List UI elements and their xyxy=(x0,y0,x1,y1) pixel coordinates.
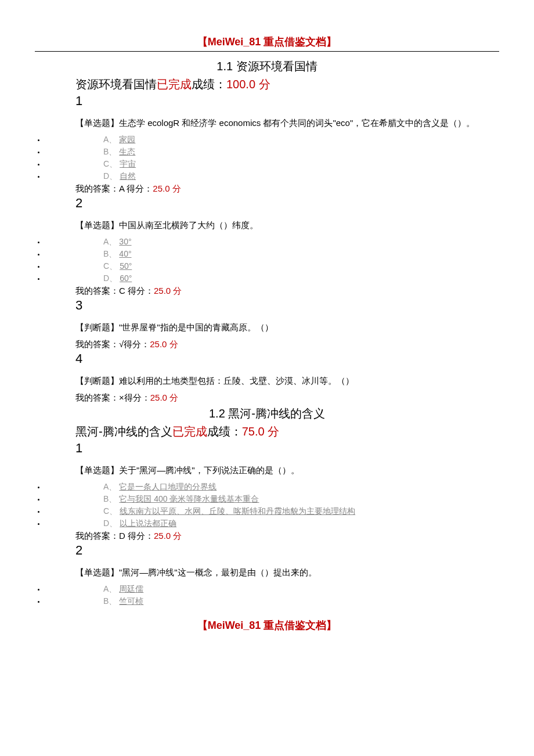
question-text: 【单选题】中国从南至北横跨了大约（）纬度。 xyxy=(75,215,499,235)
list-item[interactable]: C、线东南方以平原、水网、丘陵、喀斯特和丹霞地貌为主要地理结构 xyxy=(45,506,499,517)
question-number: 3 xyxy=(75,298,499,313)
option-list: A、30°B、40°C、50°D、60° xyxy=(35,237,499,284)
answer-line: 我的答案：√得分：25.0 分 xyxy=(75,339,499,350)
answer-score: 25.0 分 xyxy=(154,531,182,541)
list-item[interactable]: D、以上说法都正确 xyxy=(45,519,499,529)
option-letter: B、 xyxy=(103,249,117,258)
option-text: 周廷儒 xyxy=(119,584,143,593)
option-text: 40° xyxy=(119,249,131,258)
list-item[interactable]: D、60° xyxy=(45,273,499,284)
page-header: 【MeiWei_81 重点借鉴文档】 xyxy=(35,35,499,52)
list-item[interactable]: B、竺可桢 xyxy=(45,596,499,607)
subtitle-text: 黑河-腾冲线的含义 xyxy=(75,425,172,438)
answer-line: 我的答案：×得分：25.0 分 xyxy=(75,393,499,404)
subtitle-text: 资源环境看国情 xyxy=(75,78,157,91)
question-text: 【单选题】关于"黑河—腾冲线"，下列说法正确的是（）。 xyxy=(75,460,499,480)
option-letter: C、 xyxy=(103,261,117,271)
question-text: 【单选题】"黑河—腾冲线"这一概念，最初是由（）提出来的。 xyxy=(75,563,499,582)
score-label: 成绩： xyxy=(207,425,242,438)
answer-line: 我的答案：A 得分：25.0 分 xyxy=(75,183,499,195)
list-item[interactable]: C、宇宙 xyxy=(45,159,499,170)
answer-score: 25.0 分 xyxy=(153,183,181,193)
option-letter: D、 xyxy=(103,273,117,283)
option-letter: B、 xyxy=(103,494,117,503)
list-item[interactable]: D、自然 xyxy=(45,171,499,182)
option-letter: A、 xyxy=(103,584,117,593)
list-item[interactable]: B、40° xyxy=(45,249,499,260)
option-list: A、它是一条人口地理的分界线B、它与我国 400 毫米等降水量线基本重合C、线东… xyxy=(35,482,499,529)
list-item[interactable]: A、周廷儒 xyxy=(45,584,499,595)
list-item[interactable]: C、50° xyxy=(45,261,499,272)
score-value: 100.0 分 xyxy=(226,78,270,91)
option-letter: C、 xyxy=(103,506,117,516)
option-letter: B、 xyxy=(103,147,117,156)
option-text: 它是一条人口地理的分界线 xyxy=(119,482,217,491)
section-title: 1.1 资源环境看国情 xyxy=(35,59,499,74)
option-text: 以上说法都正确 xyxy=(120,519,176,528)
question-number: 1 xyxy=(75,93,499,109)
option-list: A、周廷儒B、竺可桢 xyxy=(35,584,499,607)
list-item[interactable]: A、它是一条人口地理的分界线 xyxy=(45,482,499,492)
option-text: 家园 xyxy=(119,135,135,144)
question-number: 4 xyxy=(75,351,499,366)
answer-line: 我的答案：C 得分：25.0 分 xyxy=(75,286,499,297)
question-number: 1 xyxy=(75,441,499,456)
answer-text: 我的答案：A 得分： xyxy=(75,183,153,193)
option-text: 宇宙 xyxy=(120,159,136,168)
score-label: 成绩： xyxy=(192,78,226,91)
option-text: 自然 xyxy=(120,171,136,181)
list-item[interactable]: B、生态 xyxy=(45,147,499,157)
option-letter: C、 xyxy=(103,159,117,168)
option-letter: D、 xyxy=(103,519,117,528)
option-letter: B、 xyxy=(103,596,117,606)
question-number: 2 xyxy=(75,196,499,211)
question-text: 【判断题】难以利用的土地类型包括：丘陵、戈壁、沙漠、冰川等。（） xyxy=(75,371,499,390)
option-letter: A、 xyxy=(103,135,117,144)
answer-score: 25.0 分 xyxy=(154,286,182,296)
option-text: 30° xyxy=(119,237,131,246)
status-text: 已完成 xyxy=(157,78,192,91)
answer-text: 我的答案：×得分： xyxy=(75,393,150,402)
option-text: 线东南方以平原、水网、丘陵、喀斯特和丹霞地貌为主要地理结构 xyxy=(120,506,355,516)
option-letter: D、 xyxy=(103,171,117,181)
question-text: 【判断题】"世界屋脊"指的是中国的青藏高原。（） xyxy=(75,318,499,337)
answer-score: 25.0 分 xyxy=(150,339,178,349)
option-text: 50° xyxy=(120,261,132,271)
option-text: 它与我国 400 毫米等降水量线基本重合 xyxy=(119,494,259,503)
section-subtitle: 黑河-腾冲线的含义已完成成绩：75.0 分 xyxy=(75,424,499,440)
option-list: A、家园B、生态C、宇宙D、自然 xyxy=(35,135,499,182)
score-value: 75.0 分 xyxy=(242,425,279,438)
question-number: 2 xyxy=(75,543,499,558)
answer-line: 我的答案：D 得分：25.0 分 xyxy=(75,531,499,542)
list-item[interactable]: A、30° xyxy=(45,237,499,247)
option-letter: A、 xyxy=(103,482,117,491)
answer-text: 我的答案：C 得分： xyxy=(75,286,154,296)
answer-text: 我的答案：√得分： xyxy=(75,339,150,349)
list-item[interactable]: A、家园 xyxy=(45,135,499,145)
answer-text: 我的答案：D 得分： xyxy=(75,531,154,541)
option-text: 竺可桢 xyxy=(119,596,143,606)
list-item[interactable]: B、它与我国 400 毫米等降水量线基本重合 xyxy=(45,494,499,505)
page-footer: 【MeiWei_81 重点借鉴文档】 xyxy=(35,618,499,632)
question-text: 【单选题】生态学 ecologR 和经济学 economics 都有个共同的词头… xyxy=(75,113,499,132)
option-text: 60° xyxy=(120,273,132,283)
option-text: 生态 xyxy=(119,147,135,156)
answer-score: 25.0 分 xyxy=(150,393,178,402)
section-title: 1.2 黑河-腾冲线的含义 xyxy=(35,406,499,422)
status-text: 已完成 xyxy=(172,425,207,438)
option-letter: A、 xyxy=(103,237,117,246)
section-subtitle: 资源环境看国情已完成成绩：100.0 分 xyxy=(75,77,499,92)
